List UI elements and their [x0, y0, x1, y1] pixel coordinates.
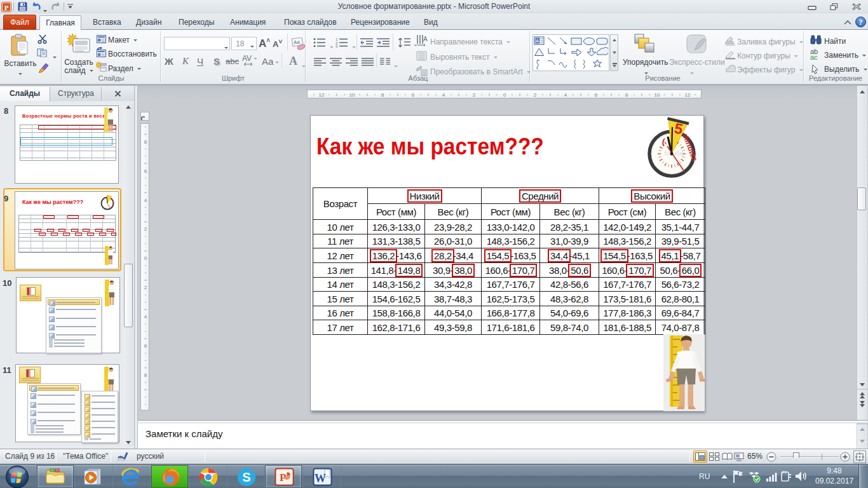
svg-text:8: 8: [381, 92, 384, 98]
svg-text:6: 6: [412, 92, 415, 98]
svg-text:8: 8: [625, 92, 628, 98]
svg-text:2: 2: [144, 285, 147, 291]
svg-text:W: W: [315, 472, 326, 485]
svg-text:А: А: [423, 36, 428, 43]
svg-text:10: 10: [654, 92, 660, 98]
svg-text:A: A: [536, 38, 539, 44]
svg-text:6: 6: [595, 92, 598, 98]
svg-text:12: 12: [319, 92, 325, 98]
svg-text:2: 2: [473, 92, 476, 98]
svg-text:4: 4: [144, 198, 147, 203]
svg-text:12: 12: [685, 92, 691, 98]
svg-text:6: 6: [144, 168, 147, 174]
svg-text:0: 0: [144, 256, 147, 262]
svg-text:P: P: [4, 4, 9, 11]
svg-text:3: 3: [336, 44, 338, 48]
svg-text:4: 4: [442, 92, 445, 98]
svg-text:0: 0: [503, 92, 506, 98]
svg-text:Аа: Аа: [294, 39, 301, 45]
svg-text:10: 10: [349, 92, 355, 98]
svg-text:2: 2: [534, 92, 537, 98]
svg-text:?: ?: [859, 18, 863, 27]
svg-text:S: S: [242, 470, 250, 484]
svg-text:6: 6: [144, 343, 147, 349]
svg-text:4: 4: [144, 315, 147, 320]
svg-text:2: 2: [144, 227, 147, 233]
svg-text:8: 8: [144, 139, 147, 145]
svg-text:4: 4: [564, 92, 567, 98]
